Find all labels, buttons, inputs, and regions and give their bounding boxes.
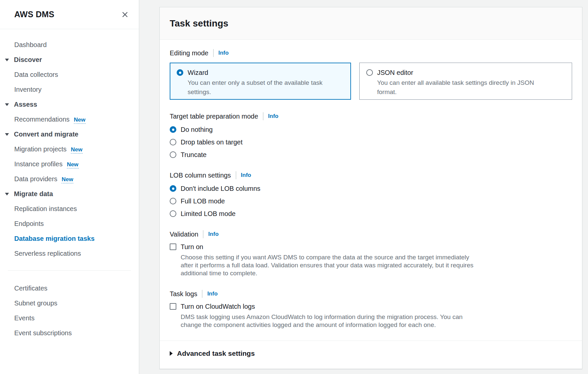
- radio-option-do-nothing[interactable]: Do nothing: [170, 126, 572, 134]
- validation-info-link[interactable]: Info: [208, 231, 218, 238]
- target-table-prep-label: Target table preparation mode: [170, 113, 258, 120]
- sidebar-item-data-collectors[interactable]: Data collectors: [0, 71, 139, 79]
- sidebar-item-label: Recommendations: [14, 116, 70, 123]
- tile-wizard-label: Wizard: [188, 69, 208, 77]
- new-badge[interactable]: New: [67, 161, 79, 169]
- close-sidebar-button[interactable]: [121, 11, 129, 19]
- target-table-prep-info-link[interactable]: Info: [268, 113, 278, 120]
- lob-settings-info-link[interactable]: Info: [241, 172, 251, 179]
- sidebar-section-label: Convert and migrate: [14, 131, 78, 138]
- validation-turn-on-row[interactable]: Turn on: [170, 243, 572, 251]
- sidebar-section-label: Assess: [14, 101, 37, 108]
- sidebar-item-instance-profiles[interactable]: Instance profilesNew: [0, 160, 139, 168]
- task-logs-label: Task logs: [170, 290, 197, 298]
- sidebar-item-label: Events: [14, 314, 34, 322]
- sidebar-section-assess[interactable]: Assess: [0, 101, 139, 108]
- target-table-prep-label-row: Target table preparation mode Info: [170, 112, 572, 120]
- lob-settings-options: Don't include LOB columns Full LOB mode …: [170, 185, 572, 218]
- new-badge[interactable]: New: [71, 146, 83, 154]
- task-logs-label-row: Task logs Info: [170, 290, 572, 298]
- sidebar-section-discover[interactable]: Discover: [0, 56, 139, 64]
- lob-settings-label: LOB column settings: [170, 172, 231, 179]
- radio-wizard[interactable]: [177, 69, 183, 76]
- radio-option-drop-tables-on-target[interactable]: Drop tables on target: [170, 138, 572, 146]
- radio-option-dont-include-lob[interactable]: Don't include LOB columns: [170, 185, 572, 192]
- radio-option-full-lob-mode[interactable]: Full LOB mode: [170, 197, 572, 205]
- sidebar-section-convert-and-migrate[interactable]: Convert and migrate: [0, 131, 139, 138]
- sidebar-item-subnet-groups[interactable]: Subnet groups: [0, 299, 139, 307]
- task-logs-info-link[interactable]: Info: [207, 291, 217, 297]
- radio-option-truncate[interactable]: Truncate: [170, 151, 572, 159]
- tile-json-editor[interactable]: JSON editor You can enter all available …: [359, 63, 572, 100]
- cloudwatch-logs-checkbox[interactable]: [170, 303, 176, 310]
- caret-down-icon: [5, 193, 9, 195]
- description-line: change the component activities logged a…: [181, 321, 572, 329]
- radio-json-editor[interactable]: [366, 69, 373, 76]
- sidebar-item-serverless-replications[interactable]: Serverless replications: [0, 250, 139, 257]
- validation-turn-on-checkbox[interactable]: [170, 243, 176, 250]
- description-line: You can enter all available task setting…: [377, 78, 565, 87]
- description-line: format.: [377, 87, 565, 97]
- new-badge[interactable]: New: [74, 117, 86, 124]
- sidebar-item-event-subscriptions[interactable]: Event subscriptions: [0, 329, 139, 337]
- radio-option-label: Full LOB mode: [181, 197, 225, 205]
- tile-wizard-top: Wizard: [177, 69, 344, 77]
- description-line: additional time to complete.: [181, 269, 572, 277]
- target-table-prep-options: Do nothing Drop tables on target Truncat…: [170, 126, 572, 159]
- radio-option-label: Drop tables on target: [181, 138, 243, 146]
- radio-full-lob-mode[interactable]: [170, 198, 176, 204]
- description-line: after it performs a full data load. Vali…: [181, 261, 572, 269]
- tile-json-editor-top: JSON editor: [366, 69, 565, 77]
- task-logs-description: DMS task logging uses Amazon CloudWatch …: [181, 313, 572, 329]
- label-separator: [263, 112, 264, 120]
- sidebar-item-inventory[interactable]: Inventory: [0, 86, 139, 93]
- editing-mode-label-row: Editing mode Info: [170, 49, 572, 57]
- sidebar-section-migrate-data[interactable]: Migrate data: [0, 190, 139, 198]
- sidebar-item-migration-projects[interactable]: Migration projectsNew: [0, 145, 139, 153]
- editing-mode-label: Editing mode: [170, 49, 208, 57]
- new-badge[interactable]: New: [62, 176, 73, 184]
- sidebar-item-events[interactable]: Events: [0, 314, 139, 322]
- description-line: Choose this setting if you want AWS DMS …: [181, 253, 572, 261]
- sidebar-item-endpoints[interactable]: Endpoints: [0, 220, 139, 228]
- sidebar: AWS DMS Dashboard Discover Data collecto…: [0, 0, 139, 374]
- sidebar-item-label: Endpoints: [14, 220, 44, 227]
- editing-mode-info-link[interactable]: Info: [218, 50, 229, 56]
- sidebar-item-database-migration-tasks[interactable]: Database migration tasks: [0, 235, 139, 242]
- radio-limited-lob-mode[interactable]: [170, 210, 176, 217]
- radio-option-label: Truncate: [181, 151, 206, 159]
- sidebar-section-label: Migrate data: [14, 190, 53, 197]
- radio-dont-include-lob[interactable]: [170, 185, 176, 192]
- caret-right-icon: [170, 351, 173, 356]
- task-logs-turn-on-row[interactable]: Turn on CloudWatch logs: [170, 302, 572, 310]
- sidebar-item-data-providers[interactable]: Data providersNew: [0, 175, 139, 183]
- validation-label-row: Validation Info: [170, 230, 572, 238]
- advanced-task-settings-expander[interactable]: Advanced task settings: [170, 349, 572, 357]
- validation-description: Choose this setting if you want AWS DMS …: [181, 253, 572, 277]
- sidebar-item-recommendations[interactable]: RecommendationsNew: [0, 116, 139, 123]
- caret-down-icon: [5, 133, 9, 136]
- sidebar-nav: Dashboard Discover Data collectors Inven…: [0, 29, 139, 337]
- lob-settings-label-row: LOB column settings Info: [170, 171, 572, 179]
- validation-label: Validation: [170, 231, 198, 238]
- tile-wizard[interactable]: Wizard You can enter only a subset of th…: [170, 63, 351, 100]
- radio-drop-tables-on-target[interactable]: [170, 139, 176, 145]
- page-title: Task settings: [170, 18, 572, 29]
- label-separator: [202, 290, 203, 298]
- description-line: You can enter only a subset of the avail…: [188, 78, 344, 97]
- sidebar-header: AWS DMS: [0, 0, 139, 29]
- sidebar-item-label: Inventory: [14, 86, 41, 93]
- sidebar-item-label: Certificates: [14, 285, 47, 292]
- radio-option-label: Limited LOB mode: [181, 210, 236, 218]
- radio-option-limited-lob-mode[interactable]: Limited LOB mode: [170, 210, 572, 218]
- radio-do-nothing[interactable]: [170, 126, 176, 133]
- tile-json-editor-description: You can enter all available task setting…: [377, 78, 565, 97]
- card-header: Task settings: [160, 7, 582, 40]
- sidebar-item-certificates[interactable]: Certificates: [0, 285, 139, 292]
- sidebar-item-label: Serverless replications: [14, 250, 81, 257]
- sidebar-item-replication-instances[interactable]: Replication instances: [0, 205, 139, 213]
- radio-truncate[interactable]: [170, 151, 176, 158]
- validation-turn-on-label: Turn on: [181, 243, 203, 251]
- sidebar-item-dashboard[interactable]: Dashboard: [0, 41, 139, 49]
- sidebar-section-label: Discover: [14, 56, 42, 63]
